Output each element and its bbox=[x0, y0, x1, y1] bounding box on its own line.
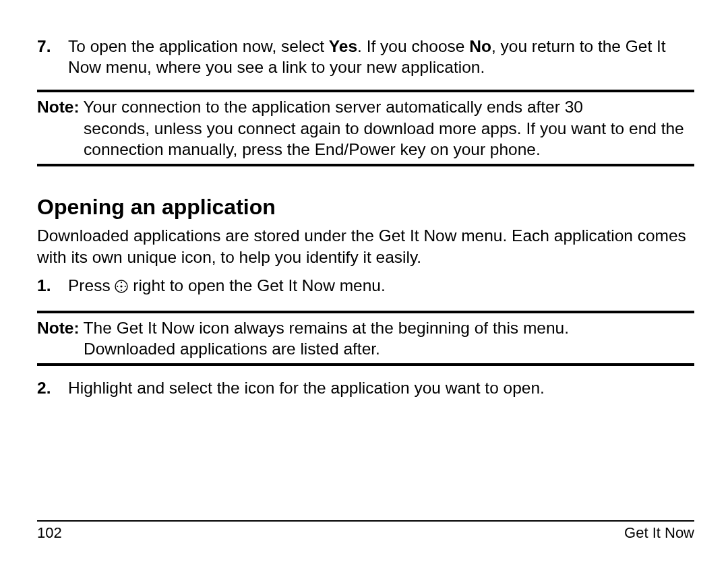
note-rule-bottom bbox=[37, 164, 694, 166]
svg-point-1 bbox=[121, 285, 123, 287]
step-text: Press bbox=[68, 276, 115, 294]
step-number: 7. bbox=[37, 36, 68, 77]
note-1: Note: Your connection to the application… bbox=[37, 92, 694, 164]
step-7: 7. To open the application now, select Y… bbox=[37, 36, 694, 77]
note-label: Note: bbox=[37, 96, 80, 117]
page-footer: 102 Get It Now bbox=[37, 520, 694, 542]
note-2: Note: The Get It Now icon always remains… bbox=[37, 313, 694, 364]
yes-label: Yes bbox=[329, 37, 357, 55]
step-text: . If you choose bbox=[357, 37, 469, 55]
step-number: 2. bbox=[37, 378, 68, 399]
step-2: 2. Highlight and select the icon for the… bbox=[37, 378, 694, 399]
step-text: To open the application now, select bbox=[68, 37, 329, 55]
intro-paragraph: Downloaded applications are stored under… bbox=[37, 225, 694, 268]
nav-key-icon bbox=[115, 278, 128, 299]
step-1: 1. Press right to open the Get It Now me… bbox=[37, 276, 694, 299]
step-text: right to open the Get It Now menu. bbox=[133, 276, 386, 294]
step-text: Highlight and select the icon for the ap… bbox=[68, 378, 694, 399]
svg-point-2 bbox=[121, 282, 122, 283]
note-label: Note: bbox=[37, 317, 80, 338]
svg-point-5 bbox=[125, 286, 126, 287]
chapter-title: Get It Now bbox=[624, 524, 694, 542]
svg-point-3 bbox=[121, 290, 122, 291]
step-number: 1. bbox=[37, 276, 68, 299]
note-rule-bottom bbox=[37, 363, 694, 366]
svg-point-4 bbox=[117, 286, 119, 287]
no-label: No bbox=[469, 37, 491, 55]
step-body: To open the application now, select Yes.… bbox=[68, 36, 694, 77]
note-text-rest: Downloaded applications are listed after… bbox=[84, 338, 694, 359]
note-text-line1: The Get It Now icon always remains at th… bbox=[84, 317, 569, 338]
footer-rule bbox=[37, 520, 694, 522]
note-text-line1: Your connection to the application serve… bbox=[84, 96, 583, 117]
step-body: Press right to open the Get It Now menu. bbox=[68, 276, 694, 299]
page: 7. To open the application now, select Y… bbox=[0, 0, 728, 562]
section-heading: Opening an application bbox=[37, 195, 694, 220]
page-number: 102 bbox=[37, 524, 62, 542]
note-text-rest: seconds, unless you connect again to dow… bbox=[84, 118, 694, 160]
